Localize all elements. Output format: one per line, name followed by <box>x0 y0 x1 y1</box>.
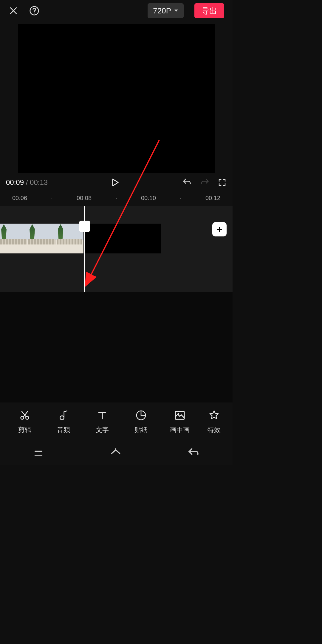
nav-home-icon[interactable] <box>109 447 122 460</box>
ruler-tick: 00:12 <box>197 195 229 202</box>
tool-label: 贴纸 <box>134 425 148 434</box>
redo-button <box>200 177 210 188</box>
tool-label: 画中画 <box>170 425 190 434</box>
clip-thumbnail[interactable] <box>0 224 28 253</box>
time-current: 00:09 <box>6 178 24 186</box>
playhead[interactable] <box>84 206 85 292</box>
playhead-handle[interactable] <box>79 221 90 232</box>
tool-label: 音频 <box>57 425 70 434</box>
add-clip-button[interactable]: + <box>212 222 227 236</box>
clip-thumbnail[interactable] <box>28 224 57 253</box>
ruler-tick: 00:10 <box>132 195 165 202</box>
add-clip-label: + <box>216 224 222 235</box>
clip-black[interactable] <box>83 224 161 253</box>
tool-row: 剪辑 音频 文字 贴纸 画中画 特效 <box>0 402 233 441</box>
ruler-tick: 00:08 <box>68 195 100 202</box>
tool-label: 剪辑 <box>18 425 31 434</box>
tool-fx[interactable]: 特效 <box>199 409 229 434</box>
svg-point-1 <box>34 13 35 13</box>
timeline-ruler: 00:06 · 00:08 · 00:10 · 00:12 <box>0 192 233 204</box>
tool-pip[interactable]: 画中画 <box>160 409 199 434</box>
fullscreen-button[interactable] <box>218 178 227 187</box>
svg-point-4 <box>60 416 64 420</box>
top-bar: 720P 导出 <box>0 0 233 21</box>
ruler-tick: 00:06 <box>4 195 36 202</box>
export-label: 导出 <box>202 6 217 16</box>
tool-sticker[interactable]: 贴纸 <box>122 409 160 434</box>
tool-text[interactable]: 文字 <box>83 409 122 434</box>
time-duration: 00:13 <box>30 178 48 186</box>
tool-label: 特效 <box>208 425 221 434</box>
nav-recent-icon[interactable] <box>32 447 44 459</box>
export-button[interactable]: 导出 <box>194 3 224 18</box>
tool-label: 文字 <box>96 425 109 434</box>
nav-back-icon[interactable] <box>187 447 200 460</box>
help-icon[interactable] <box>29 6 39 16</box>
tool-cut[interactable]: 剪辑 <box>5 409 44 434</box>
playback-bar: 00:09 / 00:13 <box>0 173 233 192</box>
timeline[interactable]: + <box>0 206 233 292</box>
play-button[interactable] <box>110 177 120 188</box>
video-preview[interactable] <box>18 24 215 173</box>
close-icon[interactable] <box>8 6 18 16</box>
system-navbar <box>0 441 233 465</box>
resolution-select[interactable]: 720P <box>148 3 184 18</box>
undo-button[interactable] <box>182 177 192 188</box>
time-display: 00:09 / 00:13 <box>6 178 48 187</box>
tool-audio[interactable]: 音频 <box>44 409 83 434</box>
spacer <box>0 292 233 402</box>
svg-point-7 <box>178 413 179 415</box>
resolution-label: 720P <box>153 6 171 16</box>
